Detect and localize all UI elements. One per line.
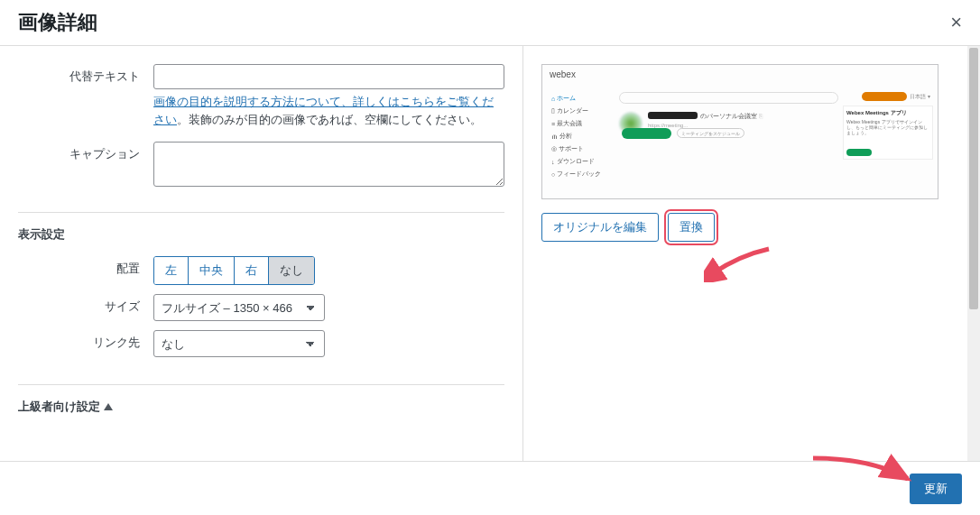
preview-nav-item: ⌂ホーム	[550, 92, 613, 105]
preview-action-pills: ミーティングをスケジュール	[622, 128, 744, 139]
align-none-button[interactable]: なし	[269, 257, 314, 284]
alt-text-label: 代替テキスト	[18, 64, 153, 128]
modal-body: 代替テキスト 画像の目的を説明する方法について、詳しくはこちらをご覧ください。装…	[0, 46, 980, 461]
caption-input[interactable]	[153, 142, 504, 187]
preview-brand: webex	[550, 69, 576, 79]
left-settings-panel: 代替テキスト 画像の目的を説明する方法について、詳しくはこちらをご覧ください。装…	[0, 46, 523, 461]
scrollbar-track[interactable]	[967, 46, 980, 461]
caption-label: キャプション	[18, 142, 153, 189]
alignment-row: 配置 左 中央 右 なし	[18, 256, 504, 285]
preview-right-card: Webex Meetings アプリ Webex Meetings アプリでサイ…	[843, 106, 933, 160]
display-settings-heading: 表示設定	[18, 212, 504, 243]
preview-room-title: のパーソナル会議室 ⎘	[700, 112, 763, 121]
align-center-button[interactable]: 中央	[189, 257, 235, 284]
modal-title: 画像詳細	[18, 9, 97, 36]
align-right-button[interactable]: 右	[235, 257, 269, 284]
scrollbar-thumb[interactable]	[969, 48, 978, 309]
link-to-label: リンク先	[18, 330, 153, 357]
arrow-annotation-2	[809, 454, 917, 490]
alt-text-row: 代替テキスト 画像の目的を説明する方法について、詳しくはこちらをご覧ください。装…	[18, 64, 504, 128]
preview-nav-item: ○フィードバック	[550, 168, 613, 180]
preview-nav-item: ▯カレンダー	[550, 105, 613, 117]
link-to-select[interactable]: なし	[153, 330, 325, 357]
modal-footer: 更新	[0, 461, 980, 515]
size-label: サイズ	[18, 294, 153, 321]
advanced-settings-toggle[interactable]: 上級者向け設定	[18, 384, 504, 415]
preview-orange-button	[862, 92, 907, 101]
preview-search	[619, 92, 838, 104]
image-action-buttons: オリジナルを編集 置換	[541, 213, 962, 242]
alt-text-help: 画像の目的を説明する方法について、詳しくはこちらをご覧ください。装飾のみが目的の…	[153, 93, 504, 128]
preview-start-button	[622, 128, 671, 139]
arrow-annotation-1	[704, 246, 776, 282]
preview-top-right: 日本語 ▾	[862, 92, 930, 101]
alignment-label: 配置	[18, 256, 153, 285]
preview-nav-item: ⫙分析	[550, 130, 613, 143]
modal-header: 画像詳細 ×	[0, 0, 980, 46]
close-button[interactable]: ×	[950, 11, 962, 34]
preview-sidebar: ⌂ホーム ▯カレンダー ≡最大会議 ⫙分析 ◎サポート ↓ダウンロード ○フィー…	[550, 92, 613, 180]
advanced-settings-label: 上級者向け設定	[18, 399, 100, 415]
preview-redacted-name	[648, 112, 698, 119]
update-button[interactable]: 更新	[910, 474, 962, 504]
preview-nav-item: ↓ダウンロード	[550, 155, 613, 168]
preview-schedule-button: ミーティングをスケジュール	[677, 128, 744, 138]
preview-main: のパーソナル会議室 ⎘ https://meeting...	[619, 92, 838, 111]
alignment-button-group: 左 中央 右 なし	[153, 256, 315, 285]
right-preview-panel: webex ⌂ホーム ▯カレンダー ≡最大会議 ⫙分析 ◎サポート ↓ダウンロー…	[523, 46, 980, 461]
edit-original-button[interactable]: オリジナルを編集	[541, 213, 659, 242]
caption-row: キャプション	[18, 142, 504, 189]
link-to-row: リンク先 なし	[18, 330, 504, 357]
image-preview: webex ⌂ホーム ▯カレンダー ≡最大会議 ⫙分析 ◎サポート ↓ダウンロー…	[541, 64, 938, 199]
alt-text-help-suffix: 。装飾のみが目的の画像であれば、空欄にしてください。	[177, 113, 482, 126]
chevron-up-icon	[104, 403, 113, 410]
size-row: サイズ フルサイズ – 1350 × 466	[18, 294, 504, 321]
preview-nav-item: ≡最大会議	[550, 117, 613, 130]
size-select[interactable]: フルサイズ – 1350 × 466	[153, 294, 325, 321]
align-left-button[interactable]: 左	[154, 257, 189, 284]
preview-nav-item: ◎サポート	[550, 143, 613, 155]
alt-text-input[interactable]	[153, 64, 504, 89]
replace-button[interactable]: 置換	[668, 213, 715, 242]
